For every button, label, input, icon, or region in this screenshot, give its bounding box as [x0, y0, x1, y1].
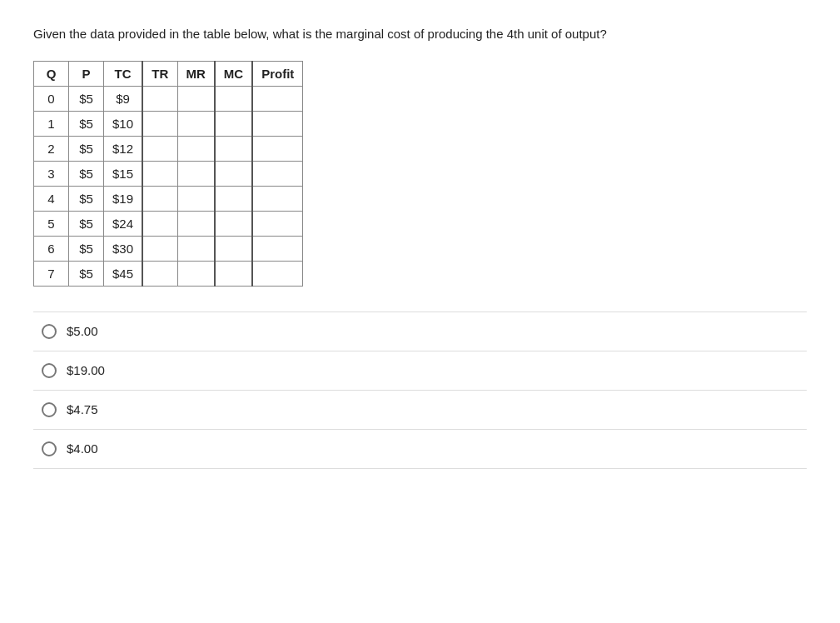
cell-0-profit: [252, 86, 303, 111]
cell-2-q: 2: [34, 136, 69, 161]
radio-icon: [42, 402, 57, 417]
radio-icon: [42, 441, 57, 456]
cell-4-p: $5: [69, 186, 104, 211]
cell-0-tr: [142, 86, 177, 111]
col-header-profit: Profit: [252, 61, 303, 86]
cell-5-q: 5: [34, 211, 69, 236]
cell-1-profit: [252, 111, 303, 136]
cell-0-p: $5: [69, 86, 104, 111]
cell-4-mr: [177, 186, 215, 211]
cell-6-profit: [252, 236, 303, 261]
cell-3-mc: [215, 161, 252, 186]
table-row: 5$5$24: [34, 211, 303, 236]
cell-1-tr: [142, 111, 177, 136]
col-header-tc: TC: [104, 61, 143, 86]
answer-label: $19.00: [67, 363, 105, 377]
cell-4-mc: [215, 186, 252, 211]
cell-5-tr: [142, 211, 177, 236]
cell-1-tc: $10: [104, 111, 143, 136]
cell-5-profit: [252, 211, 303, 236]
answers-section: $5.00$19.00$4.75$4.00: [33, 312, 807, 469]
answer-option-2[interactable]: $19.00: [33, 351, 807, 391]
cell-5-p: $5: [69, 211, 104, 236]
cell-4-profit: [252, 186, 303, 211]
cell-6-p: $5: [69, 236, 104, 261]
col-header-mc: MC: [215, 61, 252, 86]
cell-5-mr: [177, 211, 215, 236]
cell-1-q: 1: [34, 111, 69, 136]
cell-6-mc: [215, 236, 252, 261]
radio-icon: [42, 363, 57, 378]
table-row: 1$5$10: [34, 111, 303, 136]
col-header-tr: TR: [142, 61, 177, 86]
cell-1-p: $5: [69, 111, 104, 136]
cell-4-tr: [142, 186, 177, 211]
table-row: 0$5$9: [34, 86, 303, 111]
cell-3-q: 3: [34, 161, 69, 186]
cell-0-mc: [215, 86, 252, 111]
cell-1-mc: [215, 111, 252, 136]
answer-option-3[interactable]: $4.75: [33, 391, 807, 430]
table-row: 4$5$19: [34, 186, 303, 211]
col-header-q: Q: [34, 61, 69, 86]
question-text: Given the data provided in the table bel…: [33, 25, 807, 44]
cell-7-tc: $45: [104, 261, 143, 286]
cell-3-tr: [142, 161, 177, 186]
cell-5-tc: $24: [104, 211, 143, 236]
cell-0-tc: $9: [104, 86, 143, 111]
cell-7-p: $5: [69, 261, 104, 286]
answer-label: $5.00: [67, 324, 98, 338]
cell-0-mr: [177, 86, 215, 111]
cell-2-mc: [215, 136, 252, 161]
col-header-mr: MR: [177, 61, 215, 86]
cell-1-mr: [177, 111, 215, 136]
cell-6-q: 6: [34, 236, 69, 261]
table-row: 6$5$30: [34, 236, 303, 261]
col-header-p: P: [69, 61, 104, 86]
data-table: Q P TC TR MR MC Profit 0$5$91$5$102$5$12…: [33, 61, 807, 287]
answer-option-4[interactable]: $4.00: [33, 430, 807, 469]
cell-7-q: 7: [34, 261, 69, 286]
cell-2-tr: [142, 136, 177, 161]
cell-6-mr: [177, 236, 215, 261]
cell-4-tc: $19: [104, 186, 143, 211]
cell-6-tr: [142, 236, 177, 261]
cell-7-mc: [215, 261, 252, 286]
table-row: 3$5$15: [34, 161, 303, 186]
cell-3-tc: $15: [104, 161, 143, 186]
cell-2-profit: [252, 136, 303, 161]
radio-icon: [42, 324, 57, 339]
answer-label: $4.75: [67, 402, 98, 416]
answer-label: $4.00: [67, 441, 98, 456]
cell-2-mr: [177, 136, 215, 161]
cell-7-mr: [177, 261, 215, 286]
cell-3-mr: [177, 161, 215, 186]
cell-0-q: 0: [34, 86, 69, 111]
cell-3-p: $5: [69, 161, 104, 186]
cell-2-p: $5: [69, 136, 104, 161]
cell-7-tr: [142, 261, 177, 286]
table-row: 7$5$45: [34, 261, 303, 286]
cell-6-tc: $30: [104, 236, 143, 261]
cell-7-profit: [252, 261, 303, 286]
cell-5-mc: [215, 211, 252, 236]
cell-2-tc: $12: [104, 136, 143, 161]
answer-option-1[interactable]: $5.00: [33, 312, 807, 351]
cell-3-profit: [252, 161, 303, 186]
table-row: 2$5$12: [34, 136, 303, 161]
cell-4-q: 4: [34, 186, 69, 211]
